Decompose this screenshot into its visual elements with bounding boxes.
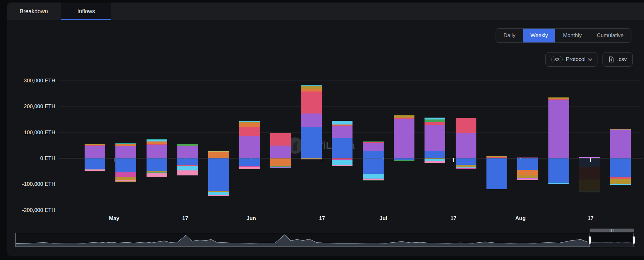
bar-segment-cyan (208, 192, 229, 195)
minimap-area-chart (16, 233, 633, 246)
bar-segment-blue (610, 158, 631, 177)
bar-segment-darkmaroon (579, 167, 600, 180)
period-button-daily[interactable]: Daily (496, 29, 523, 42)
x-axis-label: 17 (435, 215, 472, 222)
period-button-cumulative[interactable]: Cumulative (589, 29, 631, 42)
x-axis-label: May (95, 215, 133, 222)
bar-segment-purple (363, 143, 384, 151)
bar-segment-orange (270, 158, 291, 166)
bar-segment-blue (208, 158, 229, 191)
bar-segment-purple (394, 119, 414, 158)
file-download-icon (608, 56, 614, 63)
bar-segment-red (270, 133, 291, 146)
y-axis-label: 200,000 ETH (3, 104, 55, 109)
bar-segment-purple (85, 146, 105, 158)
y-gridline (59, 80, 641, 81)
y-axis-label: -200,000 ETH (3, 207, 55, 213)
bar-segment-purple (115, 146, 136, 158)
bar-segment-purple (456, 133, 476, 158)
bar-segment-cyan (610, 184, 631, 185)
protocol-dropdown[interactable]: 33 Protocol (545, 52, 597, 67)
brush-handle-left[interactable] (588, 236, 591, 244)
bar-segment-cyan (332, 160, 353, 165)
bar-segment-green (394, 160, 414, 161)
brush-selection[interactable] (590, 233, 634, 247)
bar-segment-orange (517, 170, 538, 175)
x-axis-label: 17 (572, 215, 609, 222)
tab-bar: Breakdown Inflows (7, 3, 644, 20)
bar-segment-olive (115, 177, 136, 180)
bar-segment-red (425, 122, 445, 125)
bar-segment-magenta (517, 158, 538, 158)
bar-segment-purple (270, 146, 291, 158)
bar-segment-pink (85, 169, 105, 170)
bar-segment-cyan (363, 174, 384, 179)
bar-segment-purple (147, 145, 167, 158)
x-axis-tick (114, 158, 114, 162)
brush-drag-bar[interactable]: ||| (590, 229, 634, 232)
bar-segment-blue (425, 151, 445, 158)
bar-segment-orange (147, 141, 167, 145)
bar-segment-cyan (425, 118, 445, 120)
y-axis-label: -100,000 ETH (3, 181, 55, 187)
bar-segment-blue (456, 158, 476, 165)
bar-segment-purple (548, 100, 569, 158)
bar-segment-red (301, 91, 322, 113)
x-axis-label: Aug (502, 215, 539, 222)
bar-segment-darkolive (579, 180, 600, 191)
bar-segment-pink (517, 179, 538, 180)
period-toggle-group: DailyWeeklyMonthlyCumulative (496, 28, 631, 43)
bar-segment-salmon (239, 169, 260, 169)
bar-segment-pink (147, 173, 167, 177)
protocol-dropdown-label: Protocol (566, 56, 585, 63)
bar-segment-olive (610, 179, 631, 184)
x-axis-tick (590, 158, 591, 162)
bar-segment-purple (177, 146, 198, 158)
y-gridline (59, 210, 641, 210)
bar-segment-magenta (456, 168, 476, 169)
bar-segment-blue (239, 158, 260, 166)
x-axis-tick (453, 158, 454, 162)
tab-breakdown[interactable]: Breakdown (7, 3, 61, 20)
bar-segment-red (239, 127, 260, 136)
bar-segment-darknavy (579, 158, 600, 167)
tab-inflows[interactable]: Inflows (61, 3, 111, 20)
bar-segment-blue (301, 127, 322, 158)
bar-segment-olive (301, 86, 322, 89)
bar-segment-olive (456, 165, 476, 167)
x-axis-label: Jul (364, 215, 402, 222)
bar-segment-purple (610, 130, 631, 158)
tab-breakdown-label: Breakdown (19, 8, 48, 15)
x-axis-label: Jun (232, 215, 270, 222)
brush-handle-right[interactable] (632, 236, 636, 244)
bar-segment-blue (363, 151, 384, 158)
inflows-dashboard: Breakdown Inflows DailyWeeklyMonthlyCumu… (0, 0, 644, 260)
x-axis-label: 17 (303, 215, 341, 222)
period-button-weekly[interactable]: Weekly (523, 29, 555, 42)
bar-segment-pink (177, 170, 198, 175)
bar-segment-blue (548, 158, 569, 183)
bar-segment-blue (177, 158, 198, 165)
bar-segment-darkteal (579, 191, 600, 192)
protocol-count-badge: 33 (551, 56, 563, 63)
bar-segment-orange (208, 152, 229, 158)
csv-button-label: .csv (617, 56, 627, 63)
bar-segment-cyan (332, 121, 353, 124)
y-axis-label: 100,000 ETH (3, 130, 55, 135)
y-axis-label: 300,000 ETH (3, 78, 55, 83)
bar-segment-blue (486, 158, 507, 189)
period-button-monthly[interactable]: Monthly (555, 29, 589, 42)
download-csv-button[interactable]: .csv (602, 52, 633, 67)
bar-segment-blue (517, 158, 538, 170)
bar-segment-magenta (115, 172, 136, 177)
bar-segment-blue (115, 158, 136, 172)
bar-segment-cyan (548, 183, 569, 184)
bar-segment-pink (425, 161, 445, 163)
bar-segment-olive (517, 175, 538, 178)
filter-row: 33 Protocol .csv (545, 52, 633, 67)
x-axis-tick (322, 158, 322, 162)
y-gridline (59, 184, 641, 184)
minimap[interactable] (15, 233, 634, 247)
bar-segment-blue (332, 138, 353, 158)
bar-segment-blue (85, 158, 105, 169)
